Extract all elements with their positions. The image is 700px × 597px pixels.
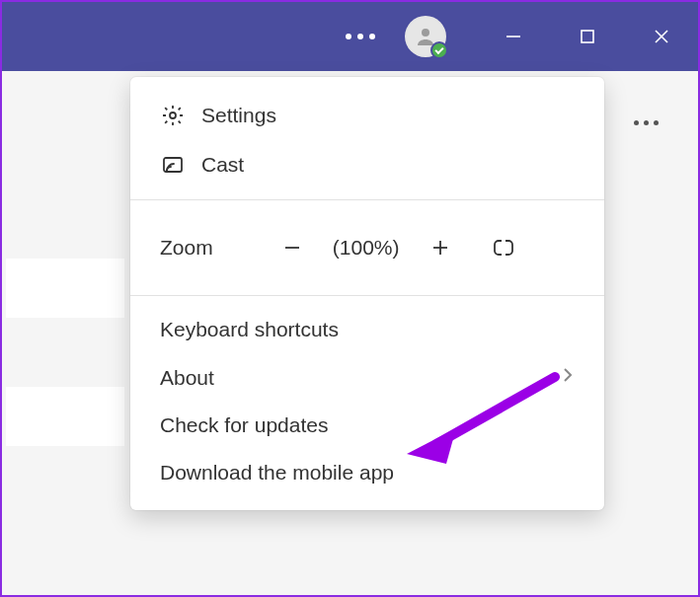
svg-rect-2: [582, 31, 593, 42]
menu-item-check-for-updates[interactable]: Check for updates: [130, 402, 604, 449]
svg-point-10: [166, 170, 168, 172]
menu-item-label: Check for updates: [160, 413, 328, 437]
menu-item-label: About: [160, 366, 214, 390]
chevron-right-icon: [561, 365, 575, 390]
svg-point-0: [422, 29, 429, 37]
minimize-button[interactable]: [486, 2, 540, 71]
zoom-value: (100%): [322, 236, 411, 260]
menu-item-about[interactable]: About: [130, 353, 604, 402]
gear-icon: [160, 103, 186, 128]
menu-item-settings[interactable]: Settings: [130, 91, 604, 140]
menu-divider: [130, 295, 604, 296]
menu-divider: [130, 199, 604, 200]
svg-point-8: [170, 112, 176, 118]
title-bar: [2, 2, 698, 71]
svg-rect-14: [495, 241, 512, 255]
close-button[interactable]: [634, 2, 688, 71]
zoom-label: Zoom: [160, 236, 213, 260]
more-options-button[interactable]: [336, 34, 385, 39]
settings-dropdown-menu: Settings Cast Zoom (100%) Keyboard short…: [130, 77, 604, 510]
zoom-controls: Zoom (100%): [130, 210, 604, 285]
menu-item-keyboard-shortcuts[interactable]: Keyboard shortcuts: [130, 306, 604, 353]
menu-item-cast[interactable]: Cast: [130, 140, 604, 189]
menu-item-label: Cast: [201, 153, 244, 177]
profile-avatar-button[interactable]: [405, 16, 446, 57]
menu-item-label: Download the mobile app: [160, 461, 394, 485]
zoom-out-button[interactable]: [272, 228, 312, 267]
zoom-in-button[interactable]: [421, 228, 460, 267]
presence-badge-available: [430, 41, 448, 59]
fullscreen-button[interactable]: [484, 228, 523, 267]
maximize-button[interactable]: [560, 2, 614, 71]
background-panel: [6, 259, 124, 318]
menu-item-label: Settings: [201, 104, 276, 127]
cast-icon: [160, 152, 186, 178]
content-more-button[interactable]: [634, 120, 659, 125]
menu-item-label: Keyboard shortcuts: [160, 318, 339, 341]
background-panel: [6, 387, 124, 446]
menu-item-download-mobile-app[interactable]: Download the mobile app: [130, 449, 604, 496]
